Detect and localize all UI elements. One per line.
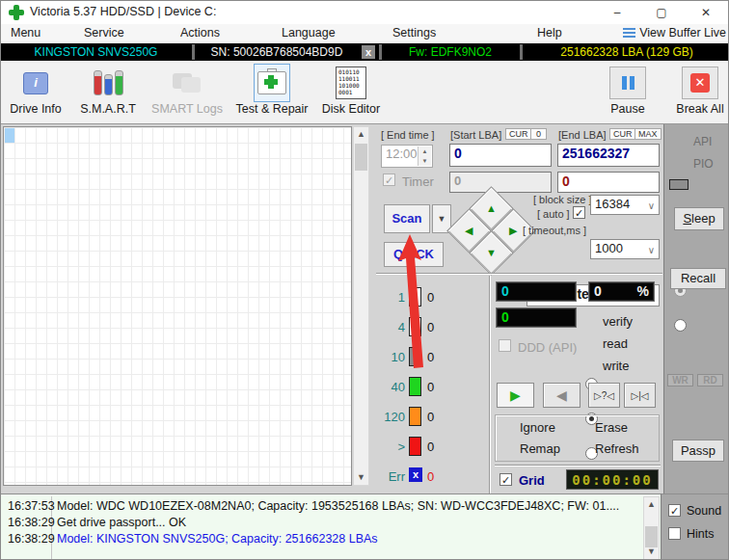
segment-divider	[379, 44, 382, 60]
device-firmware: Fw: EDFK9NO2	[383, 43, 518, 61]
recall-button[interactable]: Recall	[670, 268, 726, 289]
start-lba-zero-button[interactable]: 0	[530, 128, 547, 140]
end-lba-input[interactable]: 251662327	[557, 144, 660, 167]
smart-logs-icon	[173, 71, 202, 94]
percent-sign: %	[637, 283, 649, 299]
toolbar-disk-editor[interactable]: 010110 110011 101000 0001 Disk Editor	[317, 65, 385, 120]
sleep-button[interactable]: Sleep	[674, 207, 724, 230]
log-row[interactable]: 16:38:29 Model: KINGSTON SNVS250G; Capac…	[1, 531, 661, 547]
map-scrollbar-thumb[interactable]	[355, 144, 367, 171]
start-lba-cur-button[interactable]: CUR	[505, 128, 532, 140]
menu-item-settings[interactable]: Settings	[389, 26, 440, 40]
timer-label: Timer	[402, 174, 434, 189]
start-lba-input[interactable]: 0	[449, 144, 552, 167]
timeout-value: 1000	[595, 241, 623, 255]
seek-end-button[interactable]: ▷|◁	[624, 383, 656, 408]
reverse-button[interactable]: ◀	[543, 383, 580, 408]
smart-label: S.M.A.R.T	[76, 102, 140, 116]
grid-label: Grid	[519, 473, 545, 488]
smart-logs-label: SMART Logs	[148, 102, 227, 116]
end-lba-max-button[interactable]: MAX	[634, 128, 662, 140]
toolbar-smart[interactable]: S.M.A.R.T	[76, 65, 140, 120]
seek-error-button[interactable]: ▷?◁	[588, 383, 620, 408]
error-count-input[interactable]: 0	[557, 172, 660, 193]
end-time-spinner[interactable]: 12:00 ▲▼	[381, 145, 433, 168]
menu-item-actions[interactable]: Actions	[176, 26, 224, 40]
scroll-down-icon[interactable]: ▼	[354, 470, 368, 485]
divider	[489, 276, 491, 493]
start-lba-label: [Start LBA]	[450, 129, 501, 141]
smart-tubes-icon	[94, 70, 123, 95]
current-lba-display: 0	[496, 281, 577, 302]
app-logo-cross-icon	[9, 5, 24, 20]
close-button[interactable]: ✕	[689, 1, 722, 24]
toolbar-pause[interactable]: Pause	[604, 65, 652, 120]
sound-label: Sound	[687, 504, 721, 518]
log-message: Model: WDC WD10EZEX-08M2NA0; Capacity: 1…	[57, 498, 619, 515]
maximize-button[interactable]: ▢	[645, 1, 678, 24]
pio-radio[interactable]	[674, 319, 687, 332]
minimize-button[interactable]: –	[601, 1, 634, 24]
chevron-down-icon: ∨	[648, 244, 655, 254]
scan-block-map[interactable]	[3, 126, 352, 486]
read-label: read	[603, 336, 628, 351]
legend-block-10	[409, 347, 421, 366]
start-scan-button[interactable]: ▶	[497, 383, 534, 408]
scan-button[interactable]: Scan	[384, 204, 430, 233]
toolbar-break-all[interactable]: ✕ Break All	[673, 65, 727, 120]
sound-checkbox[interactable]: ✓	[668, 504, 681, 517]
hints-checkbox[interactable]	[668, 527, 681, 540]
log-row[interactable]: 16:37:53 Model: WDC WD10EZEX-08M2NA0; Ca…	[1, 498, 661, 515]
log-panel: 16:37:53 Model: WDC WD10EZEX-08M2NA0; Ca…	[1, 493, 661, 560]
timeout-select[interactable]: 1000∨	[590, 239, 660, 259]
spinner-arrows-icon[interactable]: ▲▼	[418, 147, 431, 166]
auto-checkbox[interactable]: ✓	[573, 206, 585, 219]
end-lba-cur-button[interactable]: CUR	[609, 128, 636, 140]
legend-label-120: 120	[379, 410, 405, 424]
log-time: 16:37:53	[8, 498, 55, 515]
legend-count-gt: 0	[427, 440, 434, 454]
end-time-value: 12:00	[386, 147, 418, 161]
speed-display: 0	[496, 307, 577, 328]
down-triangle-icon: ▼	[486, 248, 497, 258]
map-scrollbar[interactable]: ▲ ▼	[353, 126, 369, 486]
log-row[interactable]: 16:38:29 Get drive passport... OK	[1, 515, 661, 531]
passp-button[interactable]: Passp	[672, 440, 724, 462]
menu-item-service[interactable]: Service	[80, 26, 128, 40]
view-buffer-live[interactable]: View Buffer Live	[623, 26, 726, 40]
menu-item-language[interactable]: Language	[278, 26, 339, 40]
log-scrollbar[interactable]: ▲ ▼	[643, 496, 660, 560]
ignore-label: Ignore	[520, 420, 555, 435]
title-bar: Victoria 5.37 HDD/SSD | Device C: – ▢ ✕	[1, 1, 729, 24]
divider	[376, 273, 662, 275]
toolbar-test-repair[interactable]: Test & Repair	[230, 65, 313, 120]
drive-info-icon: i	[23, 72, 48, 94]
log-time: 16:38:29	[8, 531, 55, 547]
scroll-up-icon[interactable]: ▲	[354, 127, 368, 142]
device-close-chip[interactable]: x	[362, 45, 375, 59]
right-triangle-icon: ▶	[509, 226, 517, 236]
timer-value-input: 0	[449, 172, 552, 193]
grid-checkbox[interactable]: ✓	[500, 473, 512, 486]
scroll-up-icon[interactable]: ▲	[644, 497, 659, 512]
nav-diamond: ▲ ◀ ▶ ▼	[452, 192, 529, 269]
menu-item-menu[interactable]: Menu	[7, 26, 44, 40]
erase-label: Erase	[595, 420, 628, 435]
block-size-value: 16384	[595, 197, 630, 211]
percent-display: 0 %	[588, 281, 655, 302]
quick-button[interactable]: QUICK	[384, 242, 444, 267]
reverse-icon: ◀	[556, 387, 567, 403]
scroll-down-icon[interactable]: ▼	[644, 545, 659, 559]
block-size-select[interactable]: 16384∨	[590, 195, 660, 215]
device-capacity: 251662328 LBA (129 GB)	[524, 43, 729, 61]
segment-divider	[192, 44, 195, 60]
legend-label-10: 10	[379, 350, 405, 364]
legend-count-120: 0	[427, 410, 434, 424]
legend-count-10: 0	[427, 350, 434, 364]
timeout-label: [ timeout,ms ]	[523, 225, 586, 236]
toolbar-drive-info[interactable]: i Drive Info	[5, 65, 67, 120]
menu-item-help[interactable]: Help	[533, 26, 566, 40]
ddd-api-checkbox	[499, 339, 511, 352]
menu-bar: Menu Service Actions Language Settings H…	[1, 24, 729, 43]
play-icon: ▶	[510, 387, 521, 403]
